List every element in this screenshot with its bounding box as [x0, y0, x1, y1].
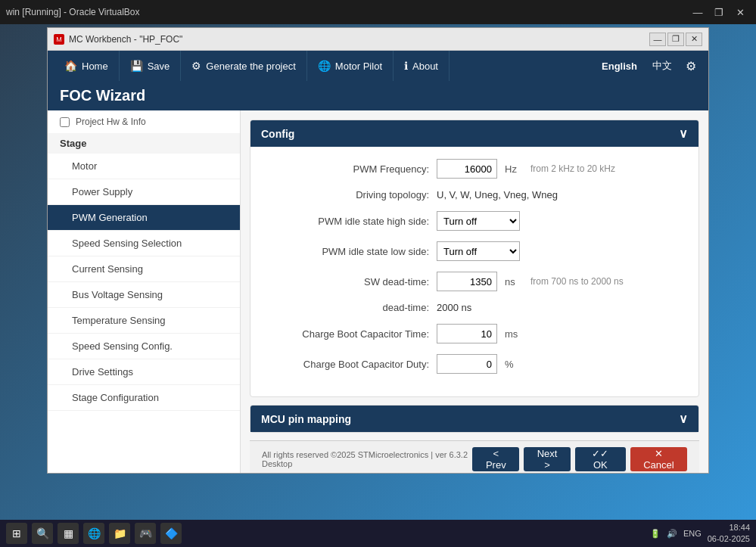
os-close-btn[interactable]: ✕	[730, 4, 750, 20]
mcu-pin-section: MCU pin mapping ∨	[250, 405, 699, 433]
nav-generate-label: Generate the project	[206, 61, 296, 72]
nav-home-label: Home	[82, 61, 108, 72]
sidebar-item-power-supply[interactable]: Power Supply	[48, 179, 240, 205]
app-title: MC Workbench - "HP_FOC"	[69, 34, 182, 45]
nav-generate[interactable]: ⚙ Generate the project	[181, 51, 307, 81]
sidebar-item-drive-settings[interactable]: Drive Settings	[48, 359, 240, 385]
save-icon: 💾	[130, 60, 143, 72]
dead-time-label: dead-time:	[263, 302, 429, 313]
driving-topology-value: U, V, W, Uneg, Vneg, Wneg	[437, 189, 558, 200]
mcu-pin-chevron: ∨	[679, 412, 688, 426]
config-title: Config	[261, 128, 294, 140]
pwm-idle-high-label: PWM idle state high side:	[263, 216, 429, 227]
page-header: FOC Wizard	[48, 81, 708, 110]
app-icon: M	[54, 34, 64, 45]
nav-home[interactable]: 🏠 Home	[54, 51, 120, 81]
sw-dead-time-hint: from 700 ns to 2000 ns	[530, 276, 624, 287]
footer-buttons: < Prev Next > ✓✓ OK ✕ Cancel	[472, 447, 687, 471]
ok-button[interactable]: ✓✓ OK	[575, 447, 626, 471]
sidebar-item-stage-config-label: Stage Configuration	[72, 392, 159, 403]
sidebar-item-motor-label: Motor	[72, 160, 97, 172]
config-chevron: ∨	[679, 126, 688, 141]
sidebar-project-label: Project Hw & Info	[76, 117, 146, 127]
game-icon[interactable]: 🎮	[135, 523, 156, 544]
os-minimize-btn[interactable]: —	[688, 4, 708, 20]
sidebar-item-bus-voltage[interactable]: Bus Voltage Sensing	[48, 282, 240, 308]
charge-boot-time-unit: ms	[505, 328, 520, 340]
mcu-pin-title: MCU pin mapping	[261, 413, 351, 425]
start-icon[interactable]: ⊞	[6, 523, 27, 544]
project-checkbox[interactable]	[60, 117, 70, 127]
app-window: M MC Workbench - "HP_FOC" — ❐ ✕ 🏠 Home 💾…	[47, 27, 709, 474]
nav-motorpilot-label: Motor Pilot	[335, 61, 382, 72]
config-section-header[interactable]: Config ∨	[250, 120, 698, 147]
charge-boot-duty-input[interactable]	[437, 354, 497, 374]
next-button[interactable]: Next >	[524, 447, 571, 471]
task-view-icon[interactable]: ▦	[58, 523, 79, 544]
taskbar: ⊞ 🔍 ▦ 🌐 📁 🎮 🔷 🔋 🔊 ENG 18:44 06-02-2025	[0, 520, 756, 547]
nav-about[interactable]: ℹ About	[394, 51, 450, 81]
sidebar-item-speed-config-label: Speed Sensing Config.	[72, 340, 173, 352]
charge-boot-duty-row: Charge Boot Capacitor Duty: %	[263, 354, 686, 374]
os-titlebar: win [Running] - Oracle VirtualBox — ❐ ✕	[0, 0, 756, 24]
sw-dead-time-label: SW dead-time:	[263, 276, 429, 287]
pwm-idle-low-select[interactable]: Turn off Turn on	[437, 241, 520, 261]
driving-topology-label: Driving topology:	[263, 189, 429, 200]
cancel-button[interactable]: ✕ Cancel	[630, 447, 687, 471]
charge-boot-time-input[interactable]	[437, 324, 497, 343]
app-maximize-btn[interactable]: ❐	[667, 33, 684, 46]
taskbar-left: ⊞ 🔍 ▦ 🌐 📁 🎮 🔷	[6, 523, 182, 544]
nav-save[interactable]: 💾 Save	[120, 51, 182, 81]
app-titlebar-left: M MC Workbench - "HP_FOC"	[54, 34, 182, 45]
sidebar-item-pwm-label: PWM Generation	[72, 212, 148, 223]
nav-lang-en[interactable]: English	[594, 61, 645, 72]
app-win-controls: — ❐ ✕	[649, 33, 702, 46]
edge-icon[interactable]: 🌐	[83, 523, 104, 544]
sidebar-item-stage-config[interactable]: Stage Configuration	[48, 385, 240, 411]
page-title: FOC Wizard	[60, 87, 145, 104]
app-close-btn[interactable]: ✕	[686, 33, 702, 46]
sidebar-item-current-sensing[interactable]: Current Sensing	[48, 256, 240, 282]
sidebar-item-pwm-generation[interactable]: PWM Generation	[48, 205, 240, 231]
dead-time-row: dead-time: 2000 ns	[263, 302, 686, 313]
top-nav: 🏠 Home 💾 Save ⚙ Generate the project 🌐 M…	[48, 51, 708, 81]
explorer-icon[interactable]: 📁	[109, 523, 130, 544]
os-window-title: win [Running] - Oracle VirtualBox	[6, 7, 140, 17]
sidebar-item-drive-settings-label: Drive Settings	[72, 366, 133, 378]
app-titlebar: M MC Workbench - "HP_FOC" — ❐ ✕	[48, 28, 708, 51]
taskbar-date: 06-02-2025	[708, 533, 750, 545]
sidebar-item-motor[interactable]: Motor	[48, 154, 240, 179]
sw-dead-time-input[interactable]	[437, 272, 497, 291]
sidebar-item-speed-sensing-label: Speed Sensing Selection	[72, 238, 182, 249]
os-window-controls: — ❐ ✕	[688, 4, 750, 20]
pwm-idle-high-select[interactable]: Turn off Turn on	[437, 211, 520, 231]
content-area: Config ∨ PWM Frequency: Hz from 2 kHz to…	[241, 110, 708, 473]
app-minimize-btn[interactable]: —	[649, 33, 666, 46]
sidebar-item-temperature[interactable]: Temperature Sensing	[48, 308, 240, 334]
nav-lang-cn[interactable]: 中文	[645, 59, 680, 73]
pwm-frequency-unit: Hz	[505, 163, 520, 175]
pwm-idle-high-row: PWM idle state high side: Turn off Turn …	[263, 211, 686, 231]
sidebar-item-speed-sensing[interactable]: Speed Sensing Selection	[48, 231, 240, 256]
sidebar-item-speed-config[interactable]: Speed Sensing Config.	[48, 334, 240, 359]
taskbar-battery-icon: 🔋	[650, 529, 661, 539]
nav-save-label: Save	[148, 61, 170, 72]
os-maximize-btn[interactable]: ❐	[709, 4, 729, 20]
app-taskbar-icon[interactable]: 🔷	[160, 523, 182, 544]
config-section-body: PWM Frequency: Hz from 2 kHz to 20 kHz D…	[250, 147, 698, 396]
pwm-frequency-input[interactable]	[437, 159, 497, 179]
nav-settings-icon[interactable]: ⚙	[680, 59, 702, 73]
pwm-idle-low-label: PWM idle state low side:	[263, 246, 429, 257]
mcu-pin-section-header[interactable]: MCU pin mapping ∨	[250, 406, 698, 432]
prev-button[interactable]: < Prev	[472, 447, 519, 471]
sw-dead-time-row: SW dead-time: ns from 700 ns to 2000 ns	[263, 272, 686, 291]
taskbar-time: 18:44 06-02-2025	[708, 522, 750, 545]
search-icon[interactable]: 🔍	[32, 523, 53, 544]
nav-motorpilot[interactable]: 🌐 Motor Pilot	[307, 51, 394, 81]
sidebar-item-current-sensing-label: Current Sensing	[72, 263, 143, 275]
pwm-frequency-label: PWM Frequency:	[263, 163, 429, 175]
charge-boot-duty-label: Charge Boot Capacitor Duty:	[263, 359, 429, 370]
pwm-frequency-row: PWM Frequency: Hz from 2 kHz to 20 kHz	[263, 159, 686, 179]
charge-boot-time-row: Charge Boot Capacitor Time: ms	[263, 324, 686, 343]
taskbar-right: 🔋 🔊 ENG 18:44 06-02-2025	[650, 522, 750, 545]
